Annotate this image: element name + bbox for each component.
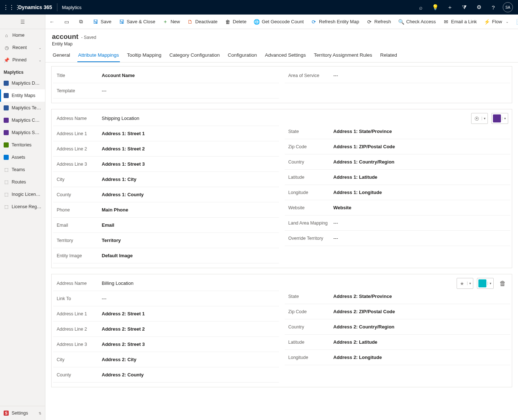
tab-related[interactable]: Related [379, 50, 398, 62]
sidebar-pinned[interactable]: 📌Pinned⌄ [0, 54, 45, 66]
field-label: State [286, 129, 333, 134]
color-picker[interactable]: ▾ [491, 113, 508, 124]
new-button[interactable]: ＋New [159, 15, 183, 29]
field-label: Email [54, 223, 102, 228]
save-close-button[interactable]: 🖫Save & Close [115, 15, 159, 29]
delete-section-button[interactable]: 🗑 [497, 280, 508, 287]
field-row[interactable]: Override Territory--- [285, 231, 511, 246]
tab-general[interactable]: General [52, 50, 71, 62]
sidebar-item[interactable]: ⬚Teams [0, 163, 45, 176]
field-row[interactable]: CountryAddress 2: Country/Region [285, 319, 511, 335]
pushpin-picker[interactable]: ⦿▾ [471, 113, 488, 124]
email-link-button[interactable]: ✉Email a Link [440, 15, 481, 29]
sidebar-home[interactable]: ⌂Home [0, 29, 45, 41]
tab-territory-assignment-rules[interactable]: Territory Assignment Rules [313, 50, 373, 62]
sidebar-recent[interactable]: ◷Recent⌄ [0, 41, 45, 54]
field-row[interactable]: LongitudeAddress 2: Longitude [285, 350, 511, 365]
field-row[interactable]: TerritoryTerritory [53, 233, 279, 248]
field-row[interactable]: Link To--- [53, 291, 279, 306]
field-value: Address 1: Street 1 [102, 131, 278, 136]
field-row[interactable]: Area of Service--- [285, 68, 511, 83]
field-row[interactable]: TitleAccount Name [53, 68, 279, 83]
field-row[interactable]: LatitudeAddress 2: Latitude [285, 335, 511, 350]
field-row[interactable]: EmailEmail [53, 218, 279, 233]
app-name[interactable]: Maplytics [59, 5, 84, 10]
field-label: Longitude [286, 355, 333, 360]
sidebar-settings[interactable]: S Settings ⇅ [0, 406, 45, 420]
field-value: Shipping Location [102, 116, 278, 121]
field-row[interactable]: Address Line 3Address 2: Street 3 [53, 337, 279, 352]
sidebar-item[interactable]: ⬚Inogic License Details [0, 188, 45, 201]
help-icon[interactable]: ? [486, 0, 501, 15]
field-row[interactable]: Zip CodeAddress 2: ZIP/Postal Code [285, 304, 511, 319]
refresh-icon: ⟳ [311, 19, 317, 25]
sidebar-item[interactable]: Maplytics Configurat... [0, 114, 45, 126]
field-label: Latitude [286, 175, 333, 180]
hamburger-icon[interactable]: ☰ [0, 15, 45, 29]
field-row[interactable]: Address NameShipping Location [53, 111, 279, 126]
sidebar-item[interactable]: ⬚License Registration [0, 201, 45, 213]
sidebar-item-label: Home [12, 33, 24, 38]
field-row[interactable]: Address Line 3Address 1: Street 3 [53, 157, 279, 172]
back-button[interactable]: ← [45, 15, 58, 29]
refresh-button[interactable]: ⟳Refresh [363, 15, 395, 29]
app-launcher-icon[interactable]: ⋮⋮⋮ [3, 4, 15, 11]
field-row[interactable]: LongitudeAddress 1: Longitude [285, 185, 511, 200]
form-content[interactable]: TitleAccount NameTemplate--- Area of Ser… [45, 62, 518, 420]
field-row[interactable]: StateAddress 1: State/Province [285, 124, 511, 139]
field-row[interactable]: CityAddress 2: City [53, 352, 279, 367]
lightbulb-icon[interactable]: 💡 [428, 0, 442, 15]
sidebar-item[interactable]: Assets [0, 151, 45, 163]
sidebar-item[interactable]: Entity Maps [0, 89, 45, 102]
word-templates-button[interactable]: 📄Word Templates⌄ [512, 15, 518, 29]
field-row[interactable]: Land Area Mapping--- [285, 215, 511, 231]
panel-button[interactable]: ▭ [60, 15, 73, 29]
tab-configuration[interactable]: Configuration [227, 50, 258, 62]
field-row[interactable]: WebsiteWebsite [285, 200, 511, 215]
tab-category-configuration[interactable]: Category Configuration [169, 50, 220, 62]
field-row[interactable]: Address Line 2Address 1: Street 2 [53, 141, 279, 157]
field-row[interactable]: Address Line 1Address 2: Street 1 [53, 306, 279, 322]
sidebar-item[interactable]: Territories [0, 139, 45, 151]
gear-icon[interactable]: ⚙ [472, 0, 486, 15]
field-row[interactable]: Template--- [53, 83, 279, 98]
field-row[interactable]: CountyAddress 1: County [53, 187, 279, 202]
sidebar-item-label: Maplytics Configurat... [12, 118, 41, 123]
field-row[interactable]: Zip CodeAddress 1: ZIP/Postal Code [285, 139, 511, 154]
field-row[interactable]: Entity ImageDefault Image [53, 248, 279, 263]
plus-icon[interactable]: ＋ [442, 0, 457, 15]
field-row[interactable]: Address Line 2Address 2: Street 2 [53, 322, 279, 337]
refresh-icon: ⟳ [367, 19, 372, 25]
flow-button[interactable]: ⚡Flow⌄ [481, 15, 512, 29]
pushpin-picker[interactable]: ★▾ [457, 278, 473, 289]
field-row[interactable]: PhoneMain Phone [53, 202, 279, 218]
field-label: Area of Service [286, 73, 333, 78]
delete-button[interactable]: 🗑Delete [221, 15, 250, 29]
filter-icon[interactable]: ⧩ [457, 0, 472, 15]
field-row[interactable]: CountryAddress 1: Country/Region [285, 154, 511, 170]
avatar[interactable]: SA [503, 2, 513, 12]
tab-tooltip-mapping[interactable]: Tooltip Mapping [126, 50, 162, 62]
save-button[interactable]: 🖫Save [89, 15, 115, 29]
geocode-button[interactable]: 🌐Get Geocode Count [250, 15, 307, 29]
color-picker[interactable]: ▾ [477, 278, 494, 289]
field-label: County [54, 192, 102, 197]
check-access-button[interactable]: 🔍Check Access [394, 15, 440, 29]
sidebar-item[interactable]: Maplytics Dashboard... [0, 77, 45, 89]
refresh-map-button[interactable]: ⟳Refresh Entity Map [307, 15, 363, 29]
field-row[interactable]: StateAddress 2: State/Province [285, 289, 511, 304]
field-row[interactable]: Address Line 1Address 1: Street 1 [53, 126, 279, 141]
sidebar-item[interactable]: Maplytics Security Te... [0, 126, 45, 139]
popout-button[interactable]: ⧉ [74, 15, 88, 29]
deactivate-button[interactable]: 🗋Deactivate [183, 15, 221, 29]
field-row[interactable]: CountyAddress 2: County [53, 367, 279, 383]
tab-attribute-mappings[interactable]: Attribute Mappings [77, 50, 120, 62]
field-row[interactable]: Address NameBilling Location [53, 276, 279, 291]
sidebar-item[interactable]: ⬚Routes [0, 176, 45, 188]
field-value: Address 2: ZIP/Postal Code [333, 309, 509, 314]
field-row[interactable]: CityAddress 1: City [53, 172, 279, 187]
sidebar-item[interactable]: Maplytics Templates [0, 102, 45, 114]
tab-advanced-settings[interactable]: Advanced Settings [264, 50, 307, 62]
field-row[interactable]: LatitudeAddress 1: Latitude [285, 170, 511, 185]
search-icon[interactable]: ⌕ [413, 0, 428, 15]
